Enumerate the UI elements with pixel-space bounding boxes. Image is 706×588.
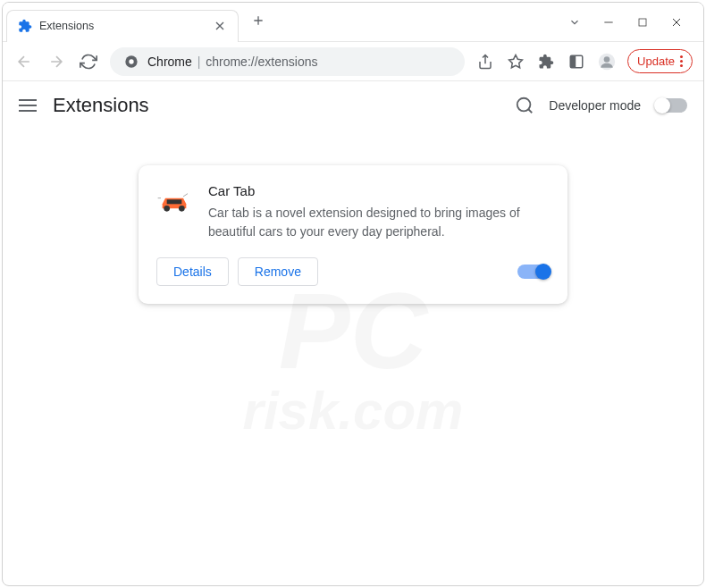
svg-point-9: [164, 206, 170, 212]
extension-icon: [18, 19, 32, 33]
page-content: PCrisk.com Car Tab Car tab is a novel ex…: [3, 130, 703, 585]
forward-button[interactable]: [46, 51, 67, 72]
new-tab-button[interactable]: [246, 8, 271, 37]
share-button[interactable]: [475, 52, 495, 71]
avatar-icon: [598, 53, 616, 71]
developer-mode-label: Developer mode: [549, 98, 641, 113]
puzzle-icon: [538, 54, 554, 70]
arrow-left-icon: [15, 53, 33, 71]
svg-rect-0: [639, 19, 646, 26]
car-icon: [156, 183, 192, 219]
search-button[interactable]: [515, 96, 534, 115]
page-header: Extensions Developer mode: [3, 81, 703, 130]
panel-icon: [568, 54, 584, 70]
svg-rect-8: [167, 199, 182, 204]
reload-button[interactable]: [78, 51, 99, 72]
maximize-button[interactable]: [634, 13, 651, 31]
side-panel-button[interactable]: [567, 52, 586, 71]
chrome-icon: [124, 55, 139, 69]
update-button[interactable]: Update: [627, 49, 693, 73]
svg-point-6: [604, 56, 610, 63]
close-icon: [669, 15, 684, 29]
extension-enable-toggle[interactable]: [517, 265, 550, 279]
share-icon: [477, 54, 493, 70]
search-icon: [515, 96, 534, 115]
address-bar[interactable]: Chrome | chrome://extensions: [110, 47, 465, 76]
window-titlebar: Extensions: [3, 3, 703, 42]
chevron-down-icon: [568, 16, 581, 29]
remove-button[interactable]: Remove: [238, 257, 318, 286]
developer-mode-toggle[interactable]: [655, 98, 687, 113]
extension-name: Car Tab: [208, 183, 550, 198]
extension-description: Car tab is a novel extension designed to…: [208, 204, 550, 241]
back-button[interactable]: [13, 51, 35, 72]
page-title: Extensions: [53, 94, 149, 117]
svg-rect-4: [570, 55, 576, 68]
tab-title: Extensions: [39, 20, 213, 32]
plus-icon: [251, 13, 265, 28]
maximize-icon: [637, 17, 648, 28]
minimize-icon: [602, 16, 615, 29]
extensions-button[interactable]: [536, 52, 556, 71]
window-dropdown-button[interactable]: [566, 13, 584, 31]
bookmark-button[interactable]: [506, 52, 525, 71]
arrow-right-icon: [47, 53, 65, 71]
profile-button[interactable]: [597, 52, 617, 71]
update-label: Update: [637, 55, 675, 68]
svg-point-7: [517, 98, 531, 112]
close-window-button[interactable]: [668, 13, 685, 31]
details-button[interactable]: Details: [156, 257, 229, 286]
browser-toolbar: Chrome | chrome://extensions Update: [3, 42, 703, 81]
svg-point-2: [129, 59, 133, 63]
minimize-button[interactable]: [600, 13, 618, 31]
menu-dots-icon: [680, 55, 683, 67]
svg-point-10: [179, 206, 185, 212]
menu-button[interactable]: [19, 99, 37, 112]
close-tab-icon[interactable]: [213, 19, 227, 33]
omnibox-text: Chrome | chrome://extensions: [147, 55, 318, 69]
extension-card: Car Tab Car tab is a novel extension des…: [139, 165, 567, 304]
star-icon: [508, 54, 524, 70]
browser-tab[interactable]: Extensions: [6, 10, 239, 42]
reload-icon: [80, 53, 97, 71]
